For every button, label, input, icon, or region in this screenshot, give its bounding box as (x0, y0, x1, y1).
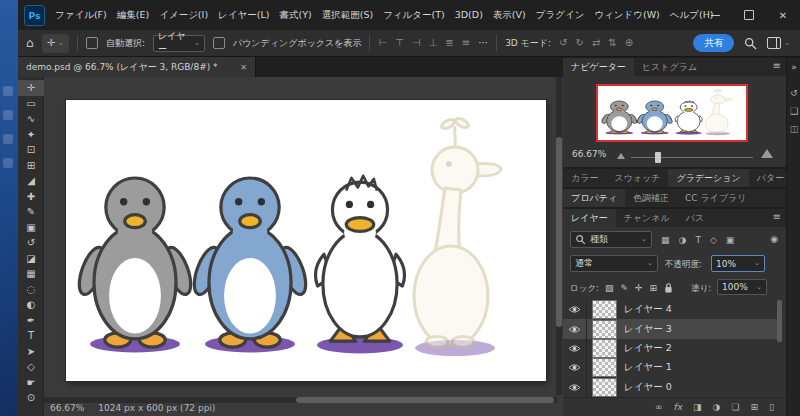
3d-roll-icon[interactable]: ↻ (576, 38, 584, 48)
clone-stamp-tool[interactable]: ▣ (18, 220, 44, 236)
menu-3d[interactable]: 3D(D) (450, 0, 488, 30)
brush-tool[interactable]: ✎ (18, 204, 44, 220)
tab-gradients[interactable]: グラデーション (668, 169, 748, 187)
eraser-tool[interactable]: ◪ (18, 251, 44, 267)
navigator-zoom-value[interactable]: 66.67% (572, 149, 606, 159)
zoom-out-icon[interactable] (617, 153, 625, 159)
desktop-icon[interactable] (3, 134, 13, 144)
navigator-zoom-slider[interactable] (631, 157, 753, 158)
status-zoom-level[interactable]: 66.67% (50, 403, 84, 413)
layer-thumbnail[interactable] (592, 320, 617, 339)
home-icon[interactable]: ⌂ (26, 37, 34, 49)
menu-view[interactable]: 表示(V) (488, 0, 531, 30)
3d-orbit-icon[interactable]: ↺ (559, 38, 567, 48)
3d-drag-icon[interactable]: ⇄ (592, 38, 600, 48)
libraries-panel-icon[interactable]: ◫ (787, 120, 800, 138)
link-layers-icon[interactable]: ∞ (655, 402, 663, 412)
menu-file[interactable]: ファイル(F) (50, 0, 112, 30)
tab-channels[interactable]: チャンネル (616, 209, 678, 227)
layer-row[interactable]: レイヤー 0 (563, 378, 777, 397)
tab-cc-libraries[interactable]: CC ライブラリ (677, 189, 754, 207)
dodge-tool[interactable]: ◐ (18, 297, 44, 313)
lock-transparency-icon[interactable]: ▨ (605, 283, 614, 293)
search-icon[interactable] (744, 37, 757, 50)
tab-layers[interactable]: レイヤー (563, 209, 616, 227)
tab-paths[interactable]: パス (678, 209, 712, 227)
tab-swatches[interactable]: スウォッチ (606, 169, 668, 187)
distribute-v-icon[interactable]: ≡ (462, 38, 470, 48)
adjustment-layer-icon[interactable]: ◑ (713, 402, 721, 412)
filter-smart-objects-icon[interactable]: ▣ (726, 235, 735, 245)
blend-mode-dropdown[interactable]: 通常 ⌄ (570, 255, 658, 272)
align-bottom-icon[interactable]: ⊥ (429, 38, 438, 48)
3d-scale-icon[interactable]: ⊕ (625, 38, 633, 48)
menu-layer[interactable]: レイヤー(L) (213, 0, 274, 30)
active-tool-chip[interactable]: ✛ ⌄ (42, 34, 69, 53)
history-panel-icon[interactable]: ↺ (787, 84, 800, 102)
horizontal-scrollbar-thumb[interactable] (296, 397, 554, 403)
align-top-icon[interactable]: ⊤ (395, 38, 404, 48)
auto-select-target-dropdown[interactable]: レイヤー ⌄ (153, 35, 205, 52)
panel-menu-icon[interactable]: ≡ (773, 61, 781, 71)
layer-style-icon[interactable]: fx (674, 402, 683, 412)
new-layer-icon[interactable]: ⊞ (751, 402, 759, 412)
delete-layer-icon[interactable]: ▯ (769, 402, 774, 412)
history-brush-tool[interactable]: ↺ (18, 235, 44, 251)
layers-scrollbar-thumb[interactable] (777, 300, 782, 342)
visibility-toggle[interactable] (563, 319, 587, 338)
opacity-field[interactable]: 10% ⌄ (711, 255, 765, 272)
blur-tool[interactable]: ◌ (18, 282, 44, 298)
layer-row-selected[interactable]: レイヤー 3 (563, 319, 777, 338)
menu-filter[interactable]: フィルター(T) (378, 0, 450, 30)
crop-tool[interactable]: ⊡ (18, 142, 44, 158)
fill-field[interactable]: 100% ⌄ (717, 279, 767, 295)
desktop-icon[interactable] (3, 110, 13, 120)
filter-shape-layers-icon[interactable]: ◇ (710, 235, 717, 245)
distribute-icon[interactable]: ≣ (445, 38, 453, 48)
share-button[interactable]: 共有 (693, 34, 734, 52)
layer-filter-kind-dropdown[interactable]: 種類 ⌄ (570, 231, 652, 248)
add-mask-icon[interactable]: ◨ (693, 402, 702, 412)
workspace-switcher[interactable]: ⌄ (767, 37, 790, 49)
filter-type-layers-icon[interactable]: T (695, 235, 701, 245)
comments-panel-icon[interactable]: ❑ (787, 102, 800, 120)
layer-row[interactable]: レイヤー 2 (563, 339, 777, 358)
tab-properties[interactable]: プロパティ (563, 189, 625, 207)
zoom-tool[interactable]: ⊙ (18, 390, 44, 406)
layer-row[interactable]: レイヤー 1 (563, 358, 777, 377)
quick-selection-tool[interactable]: ✦ (18, 127, 44, 143)
menu-plugins[interactable]: プラグイン (531, 0, 590, 30)
new-group-icon[interactable]: ❏ (731, 402, 739, 412)
lock-position-icon[interactable]: ✛ (635, 283, 643, 293)
align-left-icon[interactable]: ⊢ (378, 38, 387, 48)
vertical-scrollbar-thumb[interactable] (556, 137, 562, 327)
close-button[interactable]: ✕ (766, 0, 800, 30)
gradient-tool[interactable]: ▦ (18, 266, 44, 282)
desktop-icon[interactable] (3, 86, 13, 96)
tab-color[interactable]: カラー (563, 169, 606, 187)
document-canvas[interactable] (66, 100, 546, 381)
lasso-tool[interactable]: ∿ (18, 111, 44, 127)
lock-pixels-icon[interactable]: ✎ (621, 283, 629, 293)
lock-all-icon[interactable] (664, 282, 673, 294)
zoom-slider-thumb[interactable] (655, 152, 661, 163)
menu-type[interactable]: 書式(Y) (274, 0, 316, 30)
more-options-icon[interactable]: ⋯ (478, 38, 488, 48)
move-tool[interactable]: ✛ (18, 80, 44, 96)
hand-tool[interactable]: ☛ (18, 375, 44, 391)
eyedropper-tool[interactable]: ◢ (18, 173, 44, 189)
panel-menu-icon[interactable]: ≡ (773, 212, 781, 222)
canvas-artwork[interactable] (66, 100, 546, 381)
tab-adjustments[interactable]: 色調補正 (625, 189, 677, 207)
layer-thumbnail[interactable] (592, 300, 617, 319)
menu-select[interactable]: 選択範囲(S) (317, 0, 378, 30)
desktop-icon[interactable] (3, 158, 13, 168)
visibility-toggle[interactable] (563, 378, 587, 397)
frame-tool[interactable]: ⊞ (18, 158, 44, 174)
bounding-box-checkbox[interactable] (213, 37, 225, 49)
tab-navigator[interactable]: ナビゲーター (563, 58, 634, 76)
navigator-proxy-view[interactable] (596, 84, 748, 142)
pen-tool[interactable]: ✒ (18, 313, 44, 329)
filter-toggle-icon[interactable]: ◉ (770, 234, 778, 244)
zoom-in-icon[interactable] (761, 149, 773, 158)
